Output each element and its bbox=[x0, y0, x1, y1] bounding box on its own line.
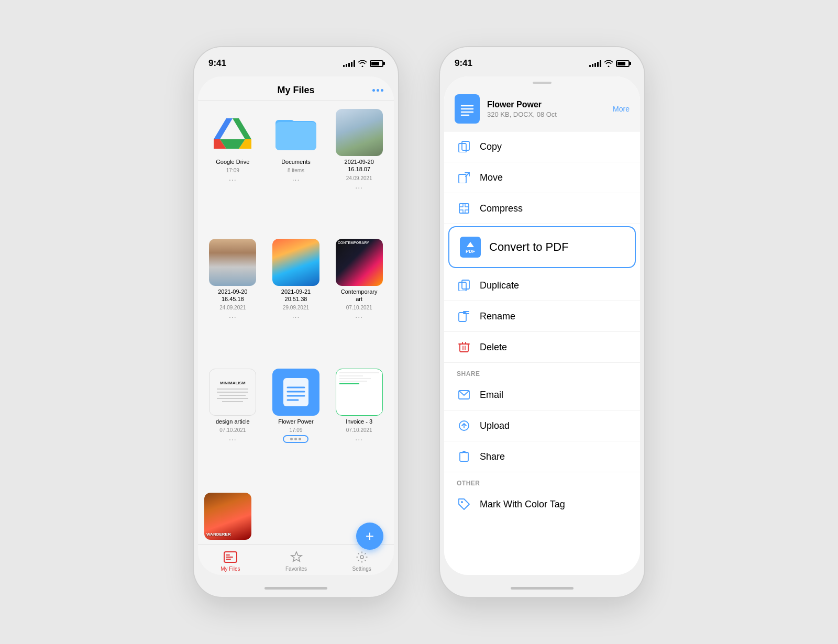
delete-icon bbox=[457, 340, 471, 354]
menu-item-label-email: Email bbox=[480, 390, 503, 401]
menu-item-email[interactable]: Email bbox=[444, 380, 640, 410]
left-screen: My Files Google bbox=[198, 76, 394, 575]
svg-rect-14 bbox=[226, 554, 230, 556]
menu-item-delete[interactable]: Delete bbox=[444, 332, 640, 363]
section-label-other: OTHER bbox=[444, 472, 640, 489]
upload-icon bbox=[457, 418, 471, 433]
section-label-share: SHARE bbox=[444, 363, 640, 380]
svg-rect-32 bbox=[463, 313, 469, 314]
menu-item-label-compress: Compress bbox=[480, 203, 523, 214]
svg-point-17 bbox=[360, 556, 363, 559]
tab-settings[interactable]: Settings bbox=[352, 550, 371, 572]
menu-item-copy[interactable]: Copy bbox=[444, 131, 640, 162]
home-indicator-right bbox=[440, 579, 644, 597]
battery-icon-right bbox=[616, 60, 630, 67]
file-dots[interactable]: ··· bbox=[292, 313, 300, 321]
file-item-photo-b[interactable]: 2021-09-2016.45.18 24.09.2021 ··· bbox=[204, 239, 261, 362]
menu-item-compress[interactable]: Compress bbox=[444, 193, 640, 224]
menu-item-share[interactable]: Share bbox=[444, 441, 640, 472]
svg-rect-33 bbox=[460, 344, 468, 352]
file-info-meta: 320 KB, DOCX, 08 Oct bbox=[487, 110, 605, 118]
my-files-icon bbox=[223, 550, 238, 564]
file-name: 2021-09-2120.51.38 bbox=[281, 288, 311, 303]
gear-icon bbox=[355, 550, 369, 564]
copy-icon bbox=[457, 139, 471, 154]
menu-item-upload[interactable]: Upload bbox=[444, 410, 640, 441]
file-thumb-gdrive bbox=[209, 109, 256, 156]
file-meta: 07.10.2021 bbox=[219, 427, 246, 433]
tab-label-favorites: Favorites bbox=[285, 566, 307, 572]
file-item-invoice-3[interactable]: Invoice - 3 07.10.2021 ··· bbox=[330, 369, 388, 484]
menu-item-label-copy: Copy bbox=[480, 141, 502, 152]
tab-favorites[interactable]: Favorites bbox=[285, 550, 307, 572]
tab-label-my-files: My Files bbox=[220, 566, 240, 572]
tab-label-settings: Settings bbox=[352, 566, 371, 572]
right-phone: 9:41 bbox=[440, 47, 644, 597]
folder-icon bbox=[275, 115, 316, 150]
file-item-google-drive[interactable]: Google Drive 17:09 ··· bbox=[204, 109, 261, 232]
file-meta: 24.09.2021 bbox=[219, 305, 246, 310]
file-item-photo-c[interactable]: 2021-09-2120.51.38 29.09.2021 ··· bbox=[268, 239, 325, 362]
svg-point-44 bbox=[461, 501, 463, 503]
tab-my-files[interactable]: My Files bbox=[220, 550, 240, 572]
time-left: 9:41 bbox=[208, 58, 226, 69]
file-dots-highlighted[interactable] bbox=[283, 435, 308, 443]
file-meta: 17:09 bbox=[226, 168, 239, 173]
file-dots[interactable]: ··· bbox=[355, 313, 363, 321]
menu-item-label-duplicate: Duplicate bbox=[480, 280, 519, 291]
svg-rect-25 bbox=[459, 174, 466, 183]
doc-blue-icon bbox=[282, 377, 310, 407]
file-item-design-article[interactable]: MINIMALISM design article 07.10.2021 ··· bbox=[204, 369, 261, 484]
file-thumb-design-article: MINIMALISM bbox=[209, 369, 256, 416]
svg-rect-23 bbox=[462, 141, 469, 150]
file-thumb-contemporary: CONTEMPORARY bbox=[336, 239, 383, 286]
svg-marker-1 bbox=[233, 118, 251, 139]
battery-icon bbox=[370, 60, 383, 67]
menu-item-label-convert-pdf: Convert to PDF bbox=[489, 240, 569, 254]
pdf-icon: PDF bbox=[460, 237, 481, 258]
menu-item-color-tag[interactable]: Mark With Color Tag bbox=[444, 489, 640, 519]
file-thumb-photo-a bbox=[336, 109, 383, 156]
file-dots[interactable]: ··· bbox=[355, 435, 363, 443]
action-sheet: Flower Power 320 KB, DOCX, 08 Oct More C… bbox=[444, 76, 640, 575]
svg-rect-24 bbox=[459, 143, 466, 152]
file-item-documents[interactable]: Documents 8 items ··· bbox=[268, 109, 325, 232]
doc-icon-large bbox=[455, 94, 480, 124]
file-name: 2021-09-2016.45.18 bbox=[218, 288, 247, 303]
file-item-flower-power[interactable]: Flower Power 17:09 bbox=[268, 369, 325, 484]
file-name: Contemporaryart bbox=[341, 288, 378, 303]
file-dots[interactable]: ··· bbox=[292, 175, 300, 184]
file-dots[interactable]: ··· bbox=[355, 183, 363, 192]
svg-rect-26 bbox=[459, 204, 469, 213]
more-button-right[interactable]: More bbox=[613, 105, 630, 113]
file-item-photo-a[interactable]: 2021-09-2016.18.07 24.09.2021 ··· bbox=[330, 109, 388, 232]
signal-icon bbox=[343, 60, 355, 67]
menu-item-convert-pdf[interactable]: PDF Convert to PDF bbox=[448, 226, 636, 268]
svg-rect-15 bbox=[226, 557, 233, 558]
email-icon bbox=[457, 387, 471, 402]
file-item-contemporary[interactable]: CONTEMPORARY Contemporaryart 07.10.2021 … bbox=[330, 239, 388, 362]
file-info-name: Flower Power bbox=[487, 100, 605, 109]
share-icon bbox=[457, 449, 471, 464]
menu-item-rename[interactable]: Rename bbox=[444, 301, 640, 332]
file-dots[interactable]: ··· bbox=[229, 175, 237, 184]
duplicate-icon bbox=[457, 278, 471, 293]
file-name: Invoice - 3 bbox=[346, 418, 372, 425]
file-item-wanderer[interactable]: WANDERER bbox=[204, 493, 251, 540]
file-dots[interactable]: ··· bbox=[229, 435, 237, 443]
svg-rect-31 bbox=[463, 311, 469, 312]
file-meta: 24.09.2021 bbox=[346, 175, 372, 181]
file-meta: 07.10.2021 bbox=[346, 427, 372, 433]
tag-icon bbox=[457, 497, 471, 512]
menu-item-duplicate[interactable]: Duplicate bbox=[444, 270, 640, 301]
file-meta: 29.09.2021 bbox=[283, 305, 309, 310]
status-icons-right bbox=[589, 60, 630, 67]
menu-item-move[interactable]: Move bbox=[444, 162, 640, 193]
wifi-icon-right bbox=[604, 60, 613, 67]
file-dots[interactable]: ··· bbox=[229, 313, 237, 321]
svg-rect-42 bbox=[460, 452, 468, 461]
more-button[interactable] bbox=[372, 89, 383, 92]
fab-add[interactable]: + bbox=[356, 523, 383, 550]
file-thumb-flower-power bbox=[272, 369, 319, 416]
fab-plus-icon: + bbox=[366, 529, 374, 543]
